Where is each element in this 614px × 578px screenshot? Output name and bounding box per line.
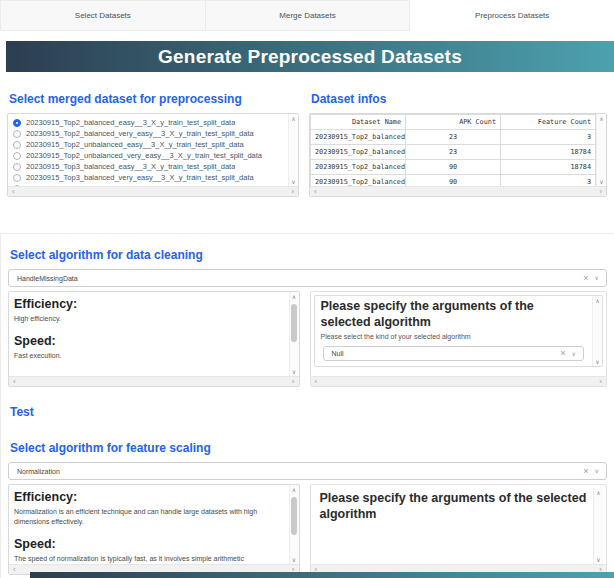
scroll-right-icon[interactable]: › <box>291 188 294 196</box>
scroll-up-icon[interactable]: ∧ <box>292 293 296 300</box>
vertical-scrollbar[interactable]: ∧ ∨ <box>592 296 602 366</box>
algorithm-info-body: Efficiency: High efficiency. Speed: Fast… <box>9 292 299 364</box>
col-feature-count: Feature Count <box>501 115 596 130</box>
chevron-down-icon[interactable]: ∨ <box>572 351 576 357</box>
feature-scaling-dropdown[interactable]: Normalization × ∨ <box>8 462 607 480</box>
tab-label: Merge Datasets <box>279 11 335 20</box>
scroll-down-icon[interactable]: ∨ <box>596 556 600 563</box>
dropdown-value: Null <box>332 350 344 357</box>
radio-icon[interactable] <box>13 174 21 182</box>
tab-bar: Select Datasets Merge Datasets Preproces… <box>0 0 614 31</box>
col-apk-count: APK Count <box>406 115 501 130</box>
scroll-down-icon[interactable]: ∨ <box>599 178 603 185</box>
arguments-title: Please specify the arguments of the sele… <box>321 299 587 330</box>
scroll-down-icon[interactable]: ∨ <box>292 368 296 375</box>
scroll-right-icon[interactable]: › <box>599 378 602 386</box>
tab-merge-datasets[interactable]: Merge Datasets <box>206 0 411 31</box>
cell-feature-count: 18784 <box>501 145 596 160</box>
chevron-down-icon[interactable]: ∨ <box>595 468 599 474</box>
scrollbar-thumb[interactable] <box>291 304 297 342</box>
horizontal-scrollbar[interactable]: ‹ › <box>310 186 606 196</box>
dataset-option-label: 20230915_Top3_balanced_very_easy__3_X_y_… <box>26 173 254 182</box>
data-cleaning-dropdown[interactable]: HandleMissingData × ∨ <box>8 269 607 287</box>
efficiency-title: Efficiency: <box>14 297 283 311</box>
dataset-infos-heading: Dataset infos <box>311 92 607 106</box>
dataset-option[interactable]: 20230915_Top2_unbalanced_easy__3_X_y_tra… <box>13 139 284 150</box>
arguments-panel-inner: Please specify the arguments of the sele… <box>314 295 604 367</box>
horizontal-scrollbar[interactable]: ‹ › <box>8 186 298 196</box>
vertical-scrollbar[interactable]: ∧ ∨ <box>596 114 606 186</box>
dataset-option-label: 20230915_Top2_unbalanced_very_easy__3_X_… <box>26 151 262 160</box>
dataset-option[interactable]: 20230915_Top2_balanced_easy__3_X_y_train… <box>13 117 284 128</box>
scroll-right-icon[interactable]: › <box>599 188 602 196</box>
arguments-panel-inner: Please specify the arguments of the sele… <box>314 488 604 564</box>
clear-icon[interactable]: × <box>560 349 565 358</box>
radio-icon[interactable] <box>13 152 21 160</box>
scroll-down-icon[interactable]: ∨ <box>595 358 599 365</box>
table-row: 20230915_Top2_balanced__X_test_data.csv … <box>311 145 596 160</box>
efficiency-text: Normalization is an efficient technique … <box>14 507 283 527</box>
cell-feature-count: 3 <box>501 130 596 145</box>
scroll-left-icon[interactable]: ‹ <box>314 188 317 196</box>
tab-select-datasets[interactable]: Select Datasets <box>0 0 206 31</box>
efficiency-text: High efficiency. <box>14 314 283 324</box>
dataset-infos-panel: Dataset Name APK Count Feature Count 202… <box>309 113 607 197</box>
dataset-select-column: Select merged dataset for preprocessing … <box>7 72 299 197</box>
algorithm-info-panel: Efficiency: Normalization is an efficien… <box>8 484 300 575</box>
cell-dataset-name: 20230915_Top2_balanced__y_test_data.csv <box>311 130 406 145</box>
dataset-option[interactable]: 20230915_Top3_balanced_easy__3_X_y_train… <box>13 161 284 172</box>
dataset-option[interactable]: 20230915_Top3_balanced_very_easy__3_X_y_… <box>13 172 284 183</box>
scroll-up-icon[interactable]: ∧ <box>599 115 603 122</box>
algorithm-info-body: Efficiency: Normalization is an efficien… <box>9 485 299 567</box>
vertical-scrollbar[interactable]: ∧ ∨ <box>593 488 603 564</box>
argument-kind-dropdown[interactable]: Null × ∨ <box>323 346 585 361</box>
scroll-up-icon[interactable]: ∧ <box>596 489 600 496</box>
scroll-up-icon[interactable]: ∧ <box>292 486 296 493</box>
table-row: 20230915_Top2_balanced__y_test_data.csv … <box>311 130 596 145</box>
dataset-option-label: 20230915_Top3_balanced_easy__3_X_y_train… <box>26 162 235 171</box>
dataset-option-label: 20230915_Top2_balanced_easy__3_X_y_train… <box>26 118 235 127</box>
radio-selected-icon[interactable] <box>13 119 21 127</box>
dropdown-icons: × ∨ <box>583 270 599 286</box>
dropdown-value: Normalization <box>17 468 60 475</box>
clear-icon[interactable]: × <box>583 467 588 476</box>
scroll-left-icon[interactable]: ‹ <box>315 378 318 386</box>
dataset-option[interactable]: 20230915_Top2_balanced_very_easy__3_X_y_… <box>13 128 284 139</box>
horizontal-scrollbar[interactable]: ‹ › <box>311 376 607 386</box>
dataset-row: Select merged dataset for preprocessing … <box>7 72 607 197</box>
scroll-left-icon[interactable]: ‹ <box>13 378 16 386</box>
scrollbar-thumb[interactable] <box>291 497 297 535</box>
arguments-panel: Please specify the arguments of the sele… <box>310 484 608 575</box>
scroll-down-icon[interactable]: ∨ <box>291 178 295 185</box>
tab-preprocess-datasets[interactable]: Preprocess Datasets <box>410 0 614 31</box>
radio-icon[interactable] <box>13 130 21 138</box>
tab-label: Preprocess Datasets <box>475 11 549 20</box>
scroll-up-icon[interactable]: ∧ <box>291 115 295 122</box>
dataset-infos-table: Dataset Name APK Count Feature Count 202… <box>310 114 596 190</box>
speed-text: Fast execution. <box>14 351 283 361</box>
scroll-up-icon[interactable]: ∧ <box>595 297 599 304</box>
feature-scaling-heading: Select algorithm for feature scaling <box>10 441 607 455</box>
next-section-banner-edge <box>30 572 614 578</box>
scroll-left-icon[interactable]: ‹ <box>13 566 16 574</box>
scroll-left-icon[interactable]: ‹ <box>12 188 15 196</box>
clear-icon[interactable]: × <box>583 274 588 283</box>
radio-icon[interactable] <box>13 141 21 149</box>
main-content: Select merged dataset for preprocessing … <box>0 72 614 578</box>
dataset-infos-column: Dataset infos Dataset Name APK Count Fea… <box>309 72 607 197</box>
radio-icon[interactable] <box>13 163 21 171</box>
table-row: 20230915_Top2_balanced__X_train_data.csv… <box>311 160 596 175</box>
scroll-down-icon[interactable]: ∨ <box>292 556 296 563</box>
dropdown-value: HandleMissingData <box>17 275 78 282</box>
vertical-scrollbar[interactable]: ∧ ∨ <box>288 114 298 186</box>
cell-feature-count: 18784 <box>501 160 596 175</box>
arguments-subtitle: Please select the kind of your selected … <box>321 333 587 340</box>
chevron-down-icon[interactable]: ∨ <box>595 275 599 281</box>
arguments-panel: Please specify the arguments of the sele… <box>310 291 608 387</box>
cell-apk-count: 23 <box>406 145 501 160</box>
test-heading: Test <box>10 405 607 419</box>
scroll-right-icon[interactable]: › <box>292 378 295 386</box>
page-banner: Generate Preprocessed Datasets <box>6 41 614 72</box>
horizontal-scrollbar[interactable]: ‹ › <box>9 376 299 386</box>
dataset-option[interactable]: 20230915_Top2_unbalanced_very_easy__3_X_… <box>13 150 284 161</box>
